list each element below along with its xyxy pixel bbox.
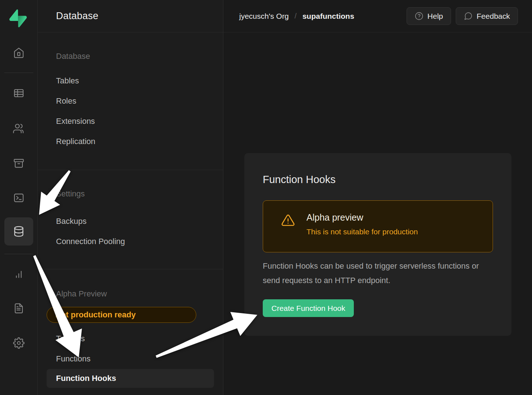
create-function-hook-button[interactable]: Create Function Hook <box>263 299 354 317</box>
home-icon[interactable] <box>10 44 27 61</box>
feedback-chat-icon <box>464 12 473 21</box>
sidebar-item-connection-pooling[interactable]: Connection Pooling <box>38 231 223 252</box>
sidebar-title: Database <box>56 10 98 22</box>
database-sidebar: Database Database Tables Roles Extension… <box>38 0 223 395</box>
alert-body: Alpha preview This is not suitable for p… <box>306 212 418 252</box>
card-description: Function Hooks can be used to trigger se… <box>263 259 494 288</box>
main-area: jyecusch's Org / supafunctions Help <box>223 0 532 395</box>
main-header: jyecusch's Org / supafunctions Help <box>223 0 532 32</box>
sidebar-header: Database <box>38 0 223 32</box>
help-button[interactable]: Help <box>407 7 451 25</box>
sidebar-item-extensions[interactable]: Extensions <box>38 111 223 131</box>
sidebar-item-functions[interactable]: Functions <box>38 349 223 369</box>
sidebar-section-settings: Settings Backups Connection Pooling <box>38 170 223 252</box>
sidebar-item-function-hooks[interactable]: Function Hooks <box>47 369 214 388</box>
sidebar-section-alpha-preview: Alpha Preview Not production ready Trigg… <box>38 269 223 388</box>
alpha-preview-alert: Alpha preview This is not suitable for p… <box>263 200 493 252</box>
reports-icon[interactable] <box>10 265 27 282</box>
sql-editor-icon[interactable] <box>10 189 27 207</box>
app-window: Database Database Tables Roles Extension… <box>0 0 532 395</box>
function-hooks-card: Function Hooks Alpha preview This is not… <box>244 153 511 336</box>
sidebar-item-triggers[interactable]: Triggers <box>38 329 223 349</box>
breadcrumb-separator: / <box>295 12 297 20</box>
alert-title: Alpha preview <box>306 212 418 223</box>
supabase-logo-icon[interactable] <box>9 9 27 27</box>
auth-users-icon[interactable] <box>10 120 27 137</box>
section-label: Database <box>38 51 223 61</box>
feedback-button-label: Feedback <box>477 12 510 21</box>
section-label: Settings <box>38 189 223 199</box>
feedback-button[interactable]: Feedback <box>456 7 518 25</box>
not-production-ready-badge: Not production ready <box>47 307 196 323</box>
icon-rail <box>0 0 38 395</box>
card-title: Function Hooks <box>263 153 493 186</box>
rail-divider <box>4 73 33 73</box>
sidebar-item-roles[interactable]: Roles <box>38 91 223 111</box>
header-actions: Help Feedback <box>407 7 518 25</box>
logs-icon[interactable] <box>10 300 27 317</box>
sidebar-item-backups[interactable]: Backups <box>38 211 223 231</box>
sidebar-item-replication[interactable]: Replication <box>38 131 223 152</box>
help-button-label: Help <box>428 12 443 21</box>
breadcrumb: jyecusch's Org / supafunctions <box>239 12 354 21</box>
warning-triangle-icon <box>281 213 295 252</box>
sidebar-item-tables[interactable]: Tables <box>38 71 223 91</box>
badge-label: Not production ready <box>55 310 136 320</box>
rail-divider <box>4 254 33 254</box>
sidebar-section-database: Database Tables Roles Extensions Replica… <box>38 32 223 152</box>
table-editor-icon[interactable] <box>10 84 27 102</box>
breadcrumb-project[interactable]: supafunctions <box>303 12 355 21</box>
storage-icon[interactable] <box>10 155 27 172</box>
help-icon <box>415 12 424 21</box>
settings-gear-icon[interactable] <box>10 334 27 352</box>
database-icon[interactable] <box>10 223 27 240</box>
section-label: Alpha Preview <box>38 289 223 299</box>
breadcrumb-org[interactable]: jyecusch's Org <box>239 12 289 21</box>
alert-message: This is not suitable for production <box>306 227 418 236</box>
